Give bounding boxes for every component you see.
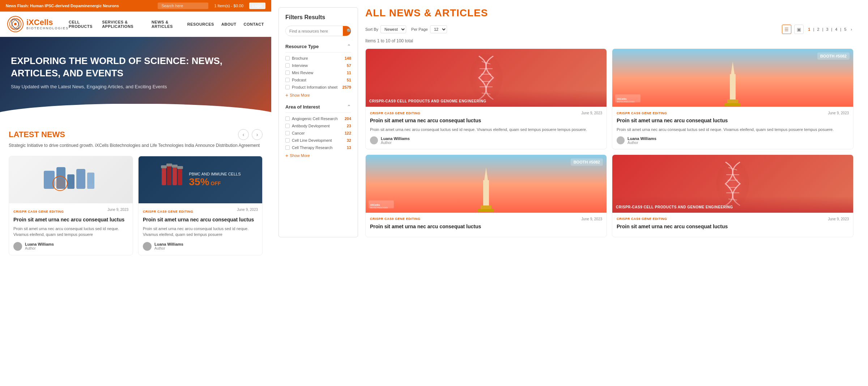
- page-next[interactable]: ›: [849, 26, 854, 32]
- podcast-checkbox[interactable]: [285, 78, 290, 82]
- page-3[interactable]: 3: [825, 26, 830, 32]
- podcast-label: Podcast: [292, 78, 306, 82]
- article-date: June 9, 2023: [828, 111, 849, 115]
- resource-type-show-more[interactable]: + Show More: [285, 92, 351, 98]
- login-button[interactable]: Login: [249, 3, 265, 9]
- minireview-label: Mini Review: [292, 71, 313, 75]
- minireview-checkbox[interactable]: [285, 71, 290, 75]
- article-excerpt: Proin sit amet urna nec arcu consequat l…: [617, 127, 849, 133]
- filter-item: Podcast 51: [285, 78, 351, 82]
- filter-search-input[interactable]: [286, 27, 343, 35]
- celltherapy-checkbox[interactable]: [285, 145, 290, 150]
- page-sep: |: [840, 27, 841, 31]
- resource-type-title: Resource Type: [285, 44, 319, 49]
- svg-rect-11: [162, 167, 166, 185]
- angiogenic-checkbox[interactable]: [285, 116, 290, 121]
- filter-search: 🔍: [285, 26, 351, 36]
- article-date: June 9, 2023: [581, 111, 602, 115]
- toolbar-right: ☰ ▣ 1 | 2 | 3 | 4 | 5 ›: [782, 25, 854, 34]
- nav-cell-products[interactable]: CELL PRODUCTS: [69, 20, 95, 29]
- article-author: Luana Williams Author: [617, 136, 849, 145]
- interview-checkbox[interactable]: [285, 63, 290, 68]
- filter-search-button[interactable]: 🔍: [343, 26, 351, 36]
- promo-off: OFF: [211, 181, 221, 186]
- filter-item: Cancer 122: [285, 131, 351, 135]
- brochure-checkbox[interactable]: [285, 56, 290, 60]
- article-author-info: Luana Williams Author: [381, 136, 410, 145]
- article-body: CRISPR CAS9 GENE EDITING June 9, 2023 Pr…: [612, 213, 853, 237]
- page-4[interactable]: 4: [834, 26, 839, 32]
- author-info: Luana Williams Author: [25, 242, 54, 250]
- nav-arrows: ‹ ›: [238, 129, 263, 140]
- filter-item-left: Mini Review: [285, 71, 313, 75]
- productinfo-label: Product Information sheet: [292, 85, 337, 89]
- promo-discount: 35%: [189, 176, 209, 188]
- per-page-label: Per Page: [411, 27, 428, 31]
- article-card[interactable]: CRISPR-CAS9 CELL PRODUCTS AND GENOME ENG…: [612, 154, 854, 237]
- filter-item: Cell Line Development 32: [285, 138, 351, 143]
- card-title: Proin sit amet urna nec arcu consequat l…: [13, 216, 128, 223]
- filter-item: Product Information sheet 2579: [285, 85, 351, 89]
- article-title: Proin sit amet urna nec arcu consequat l…: [370, 223, 602, 230]
- page-2[interactable]: 2: [816, 26, 821, 32]
- card-excerpt: Proin sit amet urna nec arcu consequat l…: [13, 226, 128, 238]
- logo[interactable]: iXCells BIOTECHNOLOGIES: [7, 16, 69, 32]
- svg-rect-15: [161, 165, 167, 168]
- area-show-more[interactable]: + Show More: [285, 153, 351, 158]
- nav-services[interactable]: SERVICES & APPLICATIONS: [102, 20, 144, 29]
- article-author-name: Luana Williams: [381, 136, 410, 141]
- nav-resources[interactable]: RESOURCES: [187, 22, 214, 26]
- article-category: CRISPR CAS9 GENE EDITING: [370, 217, 421, 221]
- sort-by-select[interactable]: Newest: [380, 25, 406, 33]
- sort-by-label: Sort By: [365, 27, 378, 31]
- filter-item: Antibody Devlopment 23: [285, 124, 351, 128]
- header-search-input[interactable]: [158, 3, 208, 9]
- nav-news[interactable]: NEWS & ARTICLES: [152, 20, 180, 29]
- article-body: CRISPR CAS9 GENE EDITING June 9, 2023 Pr…: [612, 107, 853, 149]
- article-image-monument: BOOTH #5082 iXCells BIOTECHNOLOGIES: [366, 155, 607, 213]
- card-body: CRISPR CAS9 GENE EDITING June 9, 2023 Pr…: [9, 203, 133, 255]
- nav-contact[interactable]: CONTACT: [244, 22, 264, 26]
- sort-by-group: Sort By Newest: [365, 25, 406, 33]
- svg-rect-27: [730, 74, 736, 99]
- svg-rect-34: [483, 180, 489, 205]
- svg-rect-6: [67, 174, 75, 189]
- grid-view-button[interactable]: ▣: [794, 25, 804, 34]
- nav-about[interactable]: ABOUT: [221, 22, 237, 26]
- svg-text:iXCells: iXCells: [617, 97, 627, 101]
- booth-badge: BOOTH #5082: [571, 158, 603, 166]
- per-page-select[interactable]: 12: [430, 25, 447, 33]
- resource-type-toggle[interactable]: ⌃: [347, 43, 351, 49]
- section-header: LATEST NEWS ‹ ›: [9, 129, 263, 140]
- logo-sub: BIOTECHNOLOGIES: [26, 26, 69, 30]
- page-1[interactable]: 1: [807, 26, 812, 32]
- article-category: CRISPR CAS9 GENE EDITING: [617, 217, 667, 221]
- resource-type-header: Resource Type ⌃: [285, 43, 351, 52]
- cellline-checkbox[interactable]: [285, 138, 290, 143]
- area-of-interest-toggle[interactable]: ⌃: [347, 104, 351, 110]
- celltherapy-label: Cell Therapy Research: [292, 145, 332, 150]
- productinfo-checkbox[interactable]: [285, 85, 290, 89]
- svg-rect-35: [481, 205, 492, 209]
- show-more-label: Show More: [290, 153, 310, 158]
- article-card[interactable]: BOOTH #5082 iXCells BIOTECHNOLOGIES: [365, 154, 607, 237]
- left-panel: News Flash: Human IPSC-derived Dopaminen…: [0, 0, 271, 386]
- news-flash-right: 1 Item(s) - $0.00 Login: [158, 3, 265, 9]
- list-view-button[interactable]: ☰: [782, 25, 791, 34]
- article-card[interactable]: CRISPR-CAS9 CELL PRODUCTS AND GENOME ENG…: [365, 48, 607, 149]
- next-arrow[interactable]: ›: [252, 129, 263, 140]
- article-author-info: Luana Williams Author: [627, 136, 656, 145]
- article-card[interactable]: BOOTH #5082 iXCells BIOTECHNOLOGIES: [612, 48, 854, 149]
- page-5[interactable]: 5: [843, 26, 848, 32]
- prev-arrow[interactable]: ‹: [238, 129, 249, 140]
- area-of-interest-section: Area of Interest ⌃ Angiogenic Cell Resea…: [285, 104, 351, 158]
- page-title: ALL NEWS & ARTICLES: [365, 7, 854, 19]
- news-description: Strategic Initiative to drive continued …: [9, 142, 263, 149]
- cancer-checkbox[interactable]: [285, 131, 290, 135]
- card-body: CRISPR CAS9 GENE EDITING June 9, 2023 Pr…: [139, 203, 262, 255]
- article-author-role: Author: [381, 141, 410, 145]
- antibody-checkbox[interactable]: [285, 124, 290, 128]
- filter-item-left: Cancer: [285, 131, 305, 135]
- show-more-icon: +: [285, 92, 288, 98]
- filter-item-left: Cell Line Development: [285, 138, 332, 143]
